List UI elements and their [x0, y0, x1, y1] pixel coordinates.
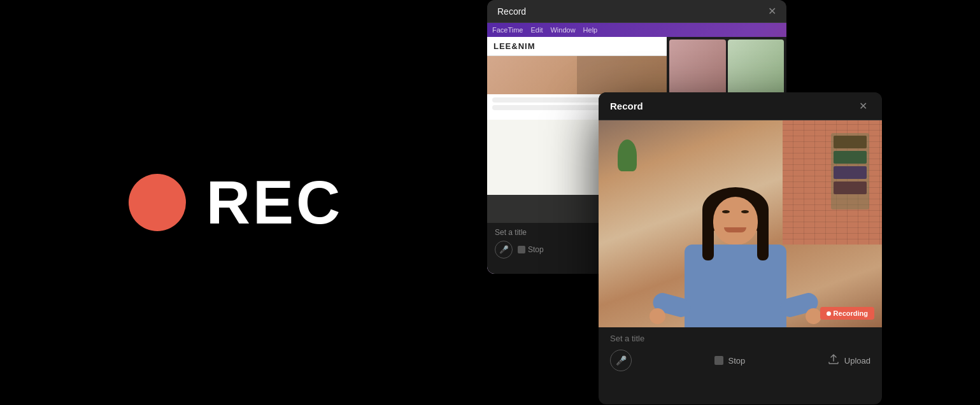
menubar-app-name: FaceTime	[492, 26, 523, 34]
hero-section: REC	[0, 0, 471, 405]
recording-badge: Recording	[820, 307, 874, 320]
back-panel-close-button[interactable]: ✕	[768, 5, 776, 17]
front-panel: Record ✕	[599, 92, 882, 404]
back-stop-label: Stop	[528, 245, 544, 254]
macos-menubar: FaceTime Edit Window Help	[487, 23, 786, 37]
stop-group[interactable]: Stop	[714, 356, 746, 366]
front-panel-title: Record	[610, 101, 643, 111]
menubar-window: Window	[550, 26, 575, 34]
close-icon: ✕	[859, 100, 867, 112]
website-hero-image	[487, 56, 667, 94]
front-bottom-controls: 🎤 Stop Upload	[610, 350, 870, 371]
rec-label: REC	[206, 167, 343, 238]
back-panel-titlebar: Record ✕	[487, 0, 786, 23]
menubar-edit: Edit	[531, 26, 543, 34]
menubar-help: Help	[583, 26, 598, 34]
stop-square-icon	[714, 356, 723, 365]
mic-button[interactable]: 🎤	[610, 350, 632, 371]
mic-group: 🎤	[610, 350, 632, 371]
upload-group[interactable]: Upload	[828, 353, 870, 367]
mic-icon: 🎤	[616, 355, 627, 366]
website-header: LEE&NIM	[487, 37, 667, 56]
panels-section: Record ✕ FaceTime Edit Window Help LEE&N…	[487, 0, 980, 405]
upload-icon	[828, 353, 839, 367]
bookshelf-bg	[831, 133, 869, 210]
stop-label: Stop	[728, 356, 746, 366]
front-set-title-label: Set a title	[610, 334, 870, 343]
website-brand: LEE&NIM	[494, 41, 536, 51]
recording-dot-icon	[827, 311, 831, 316]
front-panel-bottom: Set a title 🎤 Stop	[599, 327, 882, 378]
back-stop-button[interactable]: Stop	[518, 245, 544, 254]
woman-video: Recording	[599, 120, 882, 327]
back-mic-button[interactable]: 🎤	[495, 241, 513, 259]
front-panel-close-button[interactable]: ✕	[855, 99, 870, 114]
front-panel-video: Recording	[599, 120, 882, 327]
stop-checkbox-icon	[518, 246, 525, 253]
recording-badge-label: Recording	[834, 309, 868, 317]
front-panel-titlebar: Record ✕	[599, 92, 882, 120]
rec-dot	[129, 174, 186, 231]
back-panel-title: Record	[497, 6, 526, 17]
plant-bg	[618, 139, 637, 171]
upload-label: Upload	[844, 356, 870, 366]
